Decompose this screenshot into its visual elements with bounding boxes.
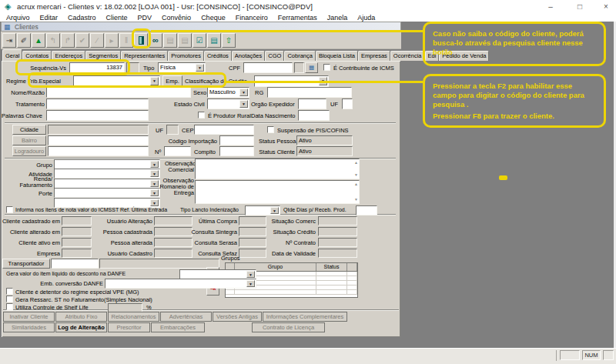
tab-empresas[interactable]: Empresas bbox=[358, 51, 390, 61]
qtde-dias-label: Qtde Dias p/ Receb. Prod. bbox=[283, 207, 346, 212]
tab-cgo[interactable]: CGO bbox=[265, 51, 284, 61]
menu-cheque[interactable]: Cheque bbox=[201, 14, 226, 22]
menu-ajuda[interactable]: Ajuda bbox=[357, 14, 375, 22]
menu-ferramentas[interactable]: Ferramentas bbox=[278, 14, 317, 22]
gera-valor-danfe-label: Gera valor do item liquido do desconto n… bbox=[6, 271, 126, 276]
numero-input[interactable] bbox=[164, 146, 191, 156]
tab-contatos[interactable]: Contatos bbox=[22, 51, 52, 61]
erase-icon[interactable]: ✐ bbox=[17, 33, 31, 48]
chevron-down-icon: ▼ bbox=[150, 189, 159, 196]
transportador-button[interactable]: Transportador bbox=[2, 259, 50, 269]
data-nascimento-input[interactable] bbox=[298, 110, 330, 121]
cancel-icon: ∕ bbox=[90, 33, 104, 48]
menu-arquivo[interactable]: Arquivo bbox=[6, 14, 30, 22]
orgao-expedidor-input[interactable] bbox=[298, 99, 326, 109]
contrato-de-licenca-button[interactable]: Contrato de Licença bbox=[252, 322, 325, 332]
vpe-checkbox[interactable] bbox=[6, 288, 13, 295]
sexo-label: Sexo bbox=[193, 89, 206, 96]
informa-icmsst-checkbox[interactable] bbox=[6, 206, 13, 213]
embarcacoes-button[interactable]: Embarcações bbox=[151, 322, 205, 332]
menu-editar[interactable]: Editar bbox=[40, 14, 59, 22]
import-icon[interactable]: ⇧ bbox=[222, 33, 236, 48]
bairro-input[interactable] bbox=[48, 135, 149, 145]
palavras-chave-input[interactable] bbox=[46, 110, 149, 121]
num-lock-indicator: NUM bbox=[582, 350, 601, 360]
uf-rg-input[interactable] bbox=[342, 99, 353, 109]
consulta-serasa-label: Consulta Serasa bbox=[191, 239, 237, 246]
menu-convenio[interactable]: Convênio bbox=[162, 14, 191, 22]
maximize-button[interactable]: □ bbox=[568, 0, 591, 13]
rg-label: RG bbox=[255, 89, 263, 96]
tipo-select[interactable]: Física▼ bbox=[158, 62, 206, 73]
informacoes-complementares-button[interactable]: Informações Complementares bbox=[263, 312, 347, 322]
tab-bloqueia-lista[interactable]: Bloqueia Lista bbox=[316, 51, 358, 61]
qtde-dias-input[interactable] bbox=[356, 205, 377, 215]
cidade-button[interactable]: Cidade bbox=[12, 125, 46, 135]
tab-geral[interactable]: Geral bbox=[2, 49, 22, 61]
versoes-antigas-button[interactable]: Versões Antigas bbox=[213, 312, 262, 322]
close-button[interactable]: × bbox=[594, 0, 616, 13]
post-icon[interactable]: ▲ bbox=[32, 33, 45, 48]
log-de-alteracao-button[interactable]: Log de Alteração bbox=[55, 322, 107, 332]
emp-button[interactable]: Emp. bbox=[162, 75, 182, 87]
n-contrato-label: Nº Contrato bbox=[268, 239, 316, 246]
chevron-down-icon: ▼ bbox=[246, 280, 255, 287]
tab-enderecos[interactable]: Endereços bbox=[52, 51, 85, 61]
similaridades-button[interactable]: Similaridades bbox=[3, 322, 55, 332]
prescritor-button[interactable]: Prescritor bbox=[108, 322, 150, 332]
menu-cadastro[interactable]: Cadastro bbox=[68, 14, 96, 22]
marked-list-icon[interactable]: ☑ bbox=[192, 33, 206, 48]
cpf-input[interactable] bbox=[243, 62, 293, 73]
ressarc-checkbox[interactable] bbox=[6, 296, 13, 302]
empresa-label: Empresa bbox=[2, 250, 60, 257]
logradouro-input[interactable] bbox=[48, 146, 149, 156]
icms-checkbox[interactable] bbox=[323, 64, 330, 71]
estado-civil-select[interactable]: ▼ bbox=[207, 99, 249, 109]
tab-cobranca[interactable]: Cobrança bbox=[284, 51, 316, 61]
menu-financeiro[interactable]: Financeiro bbox=[236, 14, 268, 22]
exit-icon[interactable]: ⇥ bbox=[2, 33, 16, 48]
menu-janela[interactable]: Janela bbox=[327, 14, 348, 22]
atividade-select[interactable]: ▼ bbox=[54, 169, 160, 179]
orgao-expedidor-label: Orgão Expedidor bbox=[251, 101, 295, 108]
sequencia-input[interactable]: 13837 bbox=[69, 62, 125, 73]
observacao-comercial-textarea[interactable]: ▲ ▼ bbox=[195, 159, 360, 179]
atributo-fixo-button[interactable]: Atributo Fixo bbox=[55, 312, 107, 322]
rg-input[interactable] bbox=[267, 87, 352, 98]
client-search-icon[interactable] bbox=[134, 33, 148, 48]
menu-cliente[interactable]: Cliente bbox=[106, 14, 128, 22]
cep-input[interactable] bbox=[194, 125, 254, 135]
binoculars-icon[interactable]: ∞ bbox=[149, 33, 162, 48]
regime-select[interactable]: ▼ bbox=[73, 75, 160, 87]
grid-row[interactable] bbox=[226, 290, 357, 295]
relacionamentos-button[interactable]: Relacionamentos bbox=[108, 312, 159, 322]
tab-promotores[interactable]: Promotores bbox=[168, 51, 204, 61]
tab-segmentos[interactable]: Segmentos bbox=[85, 51, 121, 61]
shelf-life-checkbox[interactable] bbox=[6, 303, 13, 310]
record-list-icon[interactable]: ▤ bbox=[207, 33, 221, 48]
minimize-button[interactable]: – bbox=[539, 0, 562, 13]
tab-anotacoes[interactable]: Anotações bbox=[232, 51, 265, 61]
menu-pdv[interactable]: PDV bbox=[138, 14, 152, 22]
tab-representantes[interactable]: Representantes bbox=[121, 51, 168, 61]
produtor-rural-checkbox[interactable] bbox=[198, 112, 205, 119]
nome-input[interactable] bbox=[46, 87, 191, 98]
inativar-cliente-button[interactable]: Inativar Cliente bbox=[3, 312, 55, 322]
porte-select[interactable]: ▼ bbox=[54, 188, 160, 198]
cpf-lookup-button[interactable]: ▦ bbox=[305, 62, 318, 73]
transportador-codigo-input[interactable] bbox=[51, 259, 99, 269]
suspensao-pis-cofins-checkbox[interactable] bbox=[267, 126, 274, 133]
codigo-importacao-input[interactable] bbox=[219, 135, 254, 145]
situacao-credito-label: Situação Crédito bbox=[268, 229, 316, 235]
tipo-lancto-select[interactable]: ▼ bbox=[245, 205, 280, 215]
complto-input[interactable] bbox=[219, 146, 254, 156]
emb-conversao-select[interactable]: ▼ bbox=[105, 279, 256, 289]
observacao-romaneio-textarea[interactable]: ▲ ▼ bbox=[195, 180, 360, 204]
advertencias-button[interactable]: Advertências bbox=[160, 312, 212, 322]
tab-ocorrencia[interactable]: Ocorrência bbox=[390, 51, 425, 61]
tab-creditos[interactable]: Créditos bbox=[204, 51, 232, 61]
tratamento-input[interactable] bbox=[46, 99, 149, 109]
child-window-icon: ▦ bbox=[4, 23, 10, 31]
app-icon: ◈ bbox=[5, 2, 11, 12]
sexo-select[interactable]: Masculino▼ bbox=[207, 87, 249, 98]
